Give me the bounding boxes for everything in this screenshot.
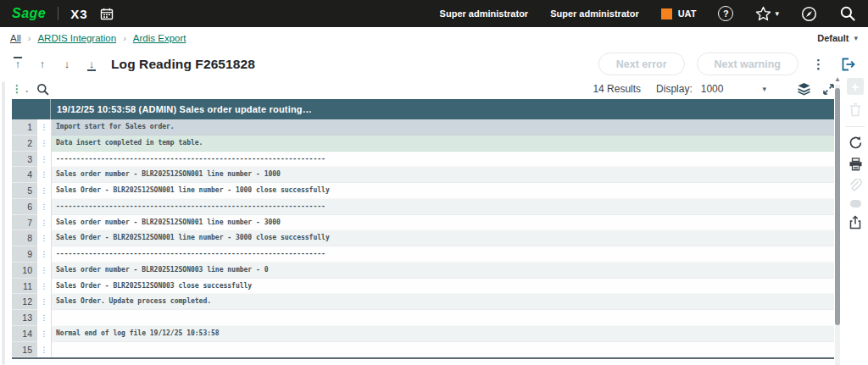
table-row[interactable]: 10 ⋮ Sales order number - BLR202512SON00… xyxy=(12,263,834,279)
attachment-icon[interactable] xyxy=(849,179,862,192)
log-line-text xyxy=(51,342,834,358)
breadcrumb-chevron-icon: › xyxy=(123,33,126,43)
log-header-title: 19/12/25 10:53:58 (ADMIN) Sales order up… xyxy=(51,99,834,119)
more-options-icon[interactable]: ⋮ xyxy=(810,57,826,72)
row-number[interactable]: 3 xyxy=(12,152,37,168)
row-actions-icon[interactable]: ⋮ xyxy=(37,263,51,279)
row-number[interactable]: 6 xyxy=(12,199,37,215)
table-row[interactable]: 11 ⋮ Sales Order - BLR202512SON003 close… xyxy=(12,279,834,295)
vertical-scrollbar[interactable]: ▲ xyxy=(834,76,841,365)
row-number[interactable]: 7 xyxy=(12,215,37,231)
scroll-up-icon[interactable]: ▲ xyxy=(834,76,841,83)
go-last-button[interactable]: ↓ xyxy=(86,57,97,71)
breadcrumb-all[interactable]: All xyxy=(10,33,21,43)
table-row[interactable]: 2 ⋮ Data insert completed in temp table. xyxy=(12,135,834,152)
table-row[interactable]: 13 ⋮ xyxy=(12,310,834,326)
log-line-text: Sales order number - BLR202512SON003 lin… xyxy=(51,263,834,279)
results-count: 14 Results xyxy=(593,83,641,95)
breadcrumb-ardis-integration[interactable]: ARDIS Integration xyxy=(37,33,116,43)
view-selector-value: Default xyxy=(817,33,849,43)
row-actions-icon[interactable]: ⋮ xyxy=(37,183,51,199)
row-actions-icon[interactable]: ⋮ xyxy=(37,310,51,326)
row-number[interactable]: 4 xyxy=(12,167,37,183)
row-actions-icon[interactable]: ⋮ xyxy=(37,152,51,168)
user-menu[interactable]: Super administrator xyxy=(440,8,529,19)
log-line-text: ----------------------------------------… xyxy=(51,246,834,263)
delete-icon[interactable] xyxy=(849,102,862,117)
row-number[interactable]: 13 xyxy=(12,310,37,326)
row-number[interactable]: 10 xyxy=(12,263,37,279)
row-number[interactable]: 14 xyxy=(12,326,37,342)
grid-actions-dot-icon: . xyxy=(25,83,28,95)
row-actions-icon[interactable]: ⋮ xyxy=(37,135,51,152)
row-number[interactable]: 12 xyxy=(12,294,37,310)
log-line-text: Import start for Sales order. xyxy=(51,119,834,135)
print-icon[interactable] xyxy=(849,158,863,171)
row-actions-icon[interactable]: ⋮ xyxy=(37,326,51,342)
favorites-menu[interactable]: ▾ xyxy=(755,6,779,21)
row-actions-icon[interactable]: ⋮ xyxy=(37,246,51,263)
help-icon[interactable]: ? xyxy=(718,6,733,21)
calendar-icon[interactable] xyxy=(100,8,114,20)
row-number[interactable]: 5 xyxy=(12,183,37,199)
go-previous-button[interactable]: ↑ xyxy=(36,57,48,71)
topbar-divider xyxy=(58,7,58,20)
row-number[interactable]: 8 xyxy=(12,230,37,246)
exit-screen-icon[interactable] xyxy=(838,56,856,73)
table-row[interactable]: 4 ⋮ Sales order number - BLR202512SON001… xyxy=(12,167,834,183)
breadcrumb-chevron-icon: › xyxy=(28,33,31,43)
grid-toolbar: ⋮ . 14 Results Display: 1000 ▾ xyxy=(12,80,834,98)
grid-search-icon[interactable] xyxy=(36,83,49,96)
row-actions-icon[interactable]: ⋮ xyxy=(37,167,51,183)
role-menu[interactable]: Super administrator xyxy=(550,8,639,19)
layers-icon[interactable] xyxy=(797,82,811,96)
add-button[interactable]: + xyxy=(847,78,864,95)
row-actions-icon[interactable]: ⋮ xyxy=(37,294,51,310)
share-icon[interactable] xyxy=(849,215,862,230)
next-error-button[interactable]: Next error xyxy=(598,53,685,75)
row-number[interactable]: 2 xyxy=(12,135,37,152)
search-icon[interactable] xyxy=(839,5,856,22)
table-row[interactable]: 7 ⋮ Sales order number - BLR202512SON001… xyxy=(12,215,834,231)
row-number[interactable]: 11 xyxy=(12,279,37,295)
display-select-caret-icon[interactable]: ▾ xyxy=(762,85,766,93)
environment-color-swatch xyxy=(661,8,672,19)
table-row[interactable]: 5 ⋮ Sales Order - BLR202512SON001 line n… xyxy=(12,183,834,199)
log-line-text: Sales order number - BLR202512SON001 lin… xyxy=(51,215,834,231)
chevron-down-icon: ▾ xyxy=(775,9,779,18)
table-row[interactable]: 14 ⋮ Normal end of log file 19/12/25 10:… xyxy=(12,326,834,342)
table-row[interactable]: 15 ⋮ xyxy=(12,342,834,358)
comment-icon[interactable] xyxy=(850,200,861,207)
display-value[interactable]: 1000 xyxy=(701,83,724,95)
left-scroll-strip[interactable] xyxy=(2,81,5,365)
row-actions-icon[interactable]: ⋮ xyxy=(37,199,51,215)
table-row[interactable]: 3 ⋮ ------------------------------------… xyxy=(12,152,834,168)
view-selector[interactable]: Default ▾ xyxy=(817,33,858,43)
table-row[interactable]: 12 ⋮ Sales Order. Update process complet… xyxy=(12,294,834,310)
expand-grid-icon[interactable] xyxy=(823,84,834,95)
refresh-icon[interactable] xyxy=(849,135,863,150)
product-name: X3 xyxy=(70,7,87,21)
grid-actions-icon[interactable]: ⋮ xyxy=(12,84,22,94)
row-number[interactable]: 9 xyxy=(12,246,37,263)
log-line-text: Sales order number - BLR202512SON001 lin… xyxy=(51,167,834,183)
row-actions-icon[interactable]: ⋮ xyxy=(37,215,51,231)
table-row[interactable]: 6 ⋮ ------------------------------------… xyxy=(12,199,834,215)
scrollbar-thumb[interactable] xyxy=(835,88,840,325)
table-row[interactable]: 9 ⋮ ------------------------------------… xyxy=(12,246,834,263)
row-actions-icon[interactable]: ⋮ xyxy=(37,230,51,246)
row-number[interactable]: 1 xyxy=(12,119,37,135)
row-number[interactable]: 15 xyxy=(12,342,37,358)
table-row[interactable]: 1 ⋮ Import start for Sales order. xyxy=(12,119,834,135)
breadcrumb-ardis-export[interactable]: Ardis Export xyxy=(133,33,186,43)
row-actions-icon[interactable]: ⋮ xyxy=(37,119,51,135)
row-actions-icon[interactable]: ⋮ xyxy=(37,279,51,295)
log-line-text: Data insert completed in temp table. xyxy=(51,135,834,152)
log-table-body: 1 ⋮ Import start for Sales order. 2 ⋮ Da… xyxy=(12,119,834,357)
row-actions-icon[interactable]: ⋮ xyxy=(37,342,51,358)
table-row[interactable]: 8 ⋮ Sales Order - BLR202512SON001 line n… xyxy=(12,230,834,246)
go-next-button[interactable]: ↓ xyxy=(61,57,73,71)
navigation-compass-icon[interactable] xyxy=(801,6,817,22)
next-warning-button[interactable]: Next warning xyxy=(697,53,799,75)
go-first-button[interactable]: ↑ xyxy=(12,57,24,71)
